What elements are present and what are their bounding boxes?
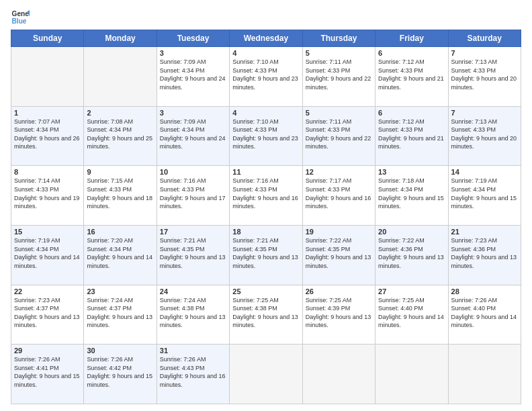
day-info: Sunrise: 7:10 AMSunset: 4:33 PMDaylight:… [232,118,299,151]
day-info: Sunrise: 7:19 AMSunset: 4:34 PMDaylight:… [451,177,518,210]
day-info: Sunrise: 7:21 AMSunset: 4:35 PMDaylight:… [160,236,226,270]
day-info: Sunrise: 7:11 AMSunset: 4:33 PMDaylight:… [306,118,372,151]
calendar-cell: 23Sunrise: 7:24 AMSunset: 4:37 PMDayligh… [84,285,157,345]
calendar-cell [11,47,84,107]
calendar-cell: 15Sunrise: 7:19 AMSunset: 4:34 PMDayligh… [11,225,84,285]
header: General Blue [11,8,521,27]
day-number: 16 [87,228,153,236]
calendar-cell: 2Sunrise: 7:08 AMSunset: 4:34 PMDaylight… [84,106,157,166]
calendar-cell [448,345,521,404]
day-info: Sunrise: 7:17 AMSunset: 4:33 PMDaylight:… [306,177,372,210]
day-info: Sunrise: 7:09 AMSunset: 4:34 PMDaylight:… [160,118,226,151]
weekday-header: Monday [84,30,157,47]
calendar-cell: 24Sunrise: 7:24 AMSunset: 4:38 PMDayligh… [157,285,229,345]
calendar-row: 8Sunrise: 7:14 AMSunset: 4:33 PMDaylight… [11,166,521,226]
day-number: 7 [451,49,518,57]
calendar-cell: 29Sunrise: 7:26 AMSunset: 4:41 PMDayligh… [11,345,84,404]
calendar-cell: 21Sunrise: 7:23 AMSunset: 4:36 PMDayligh… [448,225,521,285]
day-info: Sunrise: 7:14 AMSunset: 4:33 PMDaylight:… [14,177,81,210]
day-number: 12 [306,168,372,176]
weekday-header: Friday [375,30,448,47]
day-number: 3 [160,109,226,117]
svg-text:Blue: Blue [12,17,27,25]
day-info: Sunrise: 7:24 AMSunset: 4:38 PMDaylight:… [160,296,226,330]
day-info: Sunrise: 7:25 AMSunset: 4:38 PMDaylight:… [232,296,299,330]
calendar-row: 29Sunrise: 7:26 AMSunset: 4:41 PMDayligh… [11,345,521,404]
calendar-row: 15Sunrise: 7:19 AMSunset: 4:34 PMDayligh… [11,225,521,285]
day-info: Sunrise: 7:12 AMSunset: 4:33 PMDaylight:… [378,58,445,91]
weekday-header: Sunday [11,30,84,47]
calendar-cell [375,345,448,404]
day-number: 22 [14,287,81,295]
calendar-cell: 12Sunrise: 7:17 AMSunset: 4:33 PMDayligh… [302,166,375,226]
calendar-cell: 18Sunrise: 7:21 AMSunset: 4:35 PMDayligh… [230,225,302,285]
day-number: 26 [306,287,372,295]
calendar-cell: 5Sunrise: 7:11 AMSunset: 4:33 PMDaylight… [302,106,375,166]
day-info: Sunrise: 7:23 AMSunset: 4:36 PMDaylight:… [451,236,518,270]
calendar-cell: 26Sunrise: 7:25 AMSunset: 4:39 PMDayligh… [302,285,375,345]
day-info: Sunrise: 7:26 AMSunset: 4:43 PMDaylight:… [160,355,226,389]
calendar-table: SundayMondayTuesdayWednesdayThursdayFrid… [11,30,521,404]
day-info: Sunrise: 7:21 AMSunset: 4:35 PMDaylight:… [232,236,299,270]
day-info: Sunrise: 7:09 AMSunset: 4:34 PMDaylight:… [160,58,226,91]
day-number: 8 [14,168,81,176]
calendar-cell: 30Sunrise: 7:26 AMSunset: 4:42 PMDayligh… [84,345,157,404]
day-number: 5 [306,109,372,117]
day-info: Sunrise: 7:22 AMSunset: 4:36 PMDaylight:… [378,236,445,270]
day-info: Sunrise: 7:20 AMSunset: 4:34 PMDaylight:… [87,236,153,270]
day-number: 1 [14,109,81,117]
logo: General Blue [11,8,30,27]
calendar-cell: 8Sunrise: 7:14 AMSunset: 4:33 PMDaylight… [11,166,84,226]
day-number: 27 [378,287,445,295]
day-number: 6 [378,109,445,117]
day-number: 25 [232,287,299,295]
calendar-cell: 11Sunrise: 7:16 AMSunset: 4:33 PMDayligh… [230,166,302,226]
day-info: Sunrise: 7:13 AMSunset: 4:33 PMDaylight:… [451,58,518,91]
calendar-cell [230,345,302,404]
calendar-cell [84,47,157,107]
day-number: 10 [160,168,226,176]
calendar-cell: 4Sunrise: 7:10 AMSunset: 4:33 PMDaylight… [230,47,302,107]
day-number: 31 [160,347,226,355]
calendar-header-row: SundayMondayTuesdayWednesdayThursdayFrid… [11,30,521,47]
day-info: Sunrise: 7:16 AMSunset: 4:33 PMDaylight:… [160,177,226,210]
day-info: Sunrise: 7:18 AMSunset: 4:34 PMDaylight:… [378,177,445,210]
day-info: Sunrise: 7:26 AMSunset: 4:40 PMDaylight:… [451,296,518,330]
calendar-cell: 19Sunrise: 7:22 AMSunset: 4:35 PMDayligh… [302,225,375,285]
calendar-cell: 20Sunrise: 7:22 AMSunset: 4:36 PMDayligh… [375,225,448,285]
day-number: 23 [87,287,153,295]
day-info: Sunrise: 7:19 AMSunset: 4:34 PMDaylight:… [14,236,81,270]
calendar-cell: 28Sunrise: 7:26 AMSunset: 4:40 PMDayligh… [448,285,521,345]
day-number: 17 [160,228,226,236]
day-info: Sunrise: 7:08 AMSunset: 4:34 PMDaylight:… [87,118,153,151]
calendar-cell: 17Sunrise: 7:21 AMSunset: 4:35 PMDayligh… [157,225,229,285]
day-info: Sunrise: 7:10 AMSunset: 4:33 PMDaylight:… [232,58,299,91]
calendar-cell: 31Sunrise: 7:26 AMSunset: 4:43 PMDayligh… [157,345,229,404]
calendar-cell: 16Sunrise: 7:20 AMSunset: 4:34 PMDayligh… [84,225,157,285]
calendar-cell: 6Sunrise: 7:12 AMSunset: 4:33 PMDaylight… [375,106,448,166]
day-info: Sunrise: 7:24 AMSunset: 4:37 PMDaylight:… [87,296,153,330]
logo-icon: General Blue [11,8,30,27]
weekday-header: Saturday [448,30,521,47]
day-info: Sunrise: 7:23 AMSunset: 4:37 PMDaylight:… [14,296,81,330]
calendar-cell: 6Sunrise: 7:12 AMSunset: 4:33 PMDaylight… [375,47,448,107]
weekday-header: Thursday [302,30,375,47]
calendar-row: 1Sunrise: 7:07 AMSunset: 4:34 PMDaylight… [11,106,521,166]
calendar-cell: 25Sunrise: 7:25 AMSunset: 4:38 PMDayligh… [230,285,302,345]
day-number: 2 [87,109,153,117]
day-number: 6 [378,49,445,57]
day-info: Sunrise: 7:22 AMSunset: 4:35 PMDaylight:… [306,236,372,270]
day-info: Sunrise: 7:26 AMSunset: 4:42 PMDaylight:… [87,355,153,389]
calendar-row: 3Sunrise: 7:09 AMSunset: 4:34 PMDaylight… [11,47,521,107]
day-info: Sunrise: 7:26 AMSunset: 4:41 PMDaylight:… [14,355,81,389]
day-number: 14 [451,168,518,176]
calendar-cell: 5Sunrise: 7:11 AMSunset: 4:33 PMDaylight… [302,47,375,107]
day-info: Sunrise: 7:15 AMSunset: 4:33 PMDaylight:… [87,177,153,210]
day-info: Sunrise: 7:13 AMSunset: 4:33 PMDaylight:… [451,118,518,151]
day-info: Sunrise: 7:25 AMSunset: 4:40 PMDaylight:… [378,296,445,330]
day-number: 3 [160,49,226,57]
day-number: 28 [451,287,518,295]
calendar-cell: 13Sunrise: 7:18 AMSunset: 4:34 PMDayligh… [375,166,448,226]
day-number: 5 [306,49,372,57]
day-info: Sunrise: 7:12 AMSunset: 4:33 PMDaylight:… [378,118,445,151]
